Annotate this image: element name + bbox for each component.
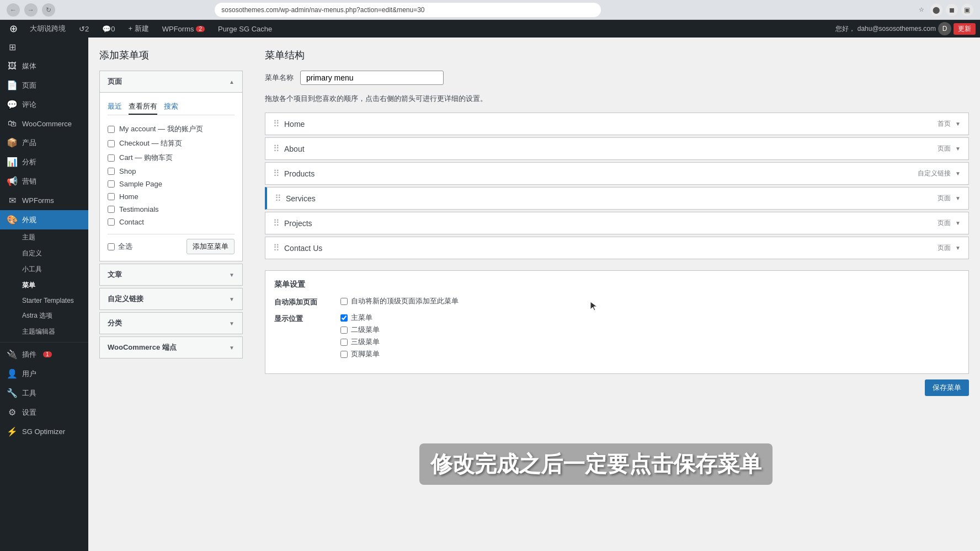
admin-bar-comments[interactable]: 💬 0 [97,20,120,38]
drag-handle-services[interactable]: ⠿ [275,193,281,204]
location-secondary[interactable]: 二级菜单 [340,325,380,335]
sidebar-item-customize[interactable]: 自定义 [0,245,88,261]
drag-handle-projects[interactable]: ⠿ [273,218,280,228]
sidebar-item-widgets[interactable]: 小工具 [0,261,88,277]
user-avatar[interactable]: D [938,22,951,35]
location-tertiary[interactable]: 三级菜单 [340,337,380,347]
custom-links-accordion-arrow: ▼ [229,296,235,302]
select-all-label[interactable]: 全选 [108,242,132,252]
back-button[interactable]: ← [7,3,20,17]
expand-contact-us-arrow[interactable]: ▼ [955,245,961,251]
menu-item-home[interactable]: ⠿ Home 首页 ▼ [265,113,969,135]
list-item: Sample Page [108,178,235,190]
location-secondary-checkbox[interactable] [340,327,348,334]
menu-item-products-right: 自定义链接 ▼ [918,169,961,178]
checkbox-my-account[interactable] [108,126,115,133]
sidebar-item-theme-editor[interactable]: 主题编辑器 [0,324,88,340]
checkbox-sample-page[interactable] [108,180,115,188]
menu-item-contact-us[interactable]: ⠿ Contact Us 页面 ▼ [265,237,969,259]
sidebar-item-analytics[interactable]: 📊 分析 [0,152,88,172]
tab-search[interactable]: 搜索 [164,99,178,115]
categories-accordion: 分类 ▼ [99,312,243,334]
expand-services-arrow[interactable]: ▼ [955,195,961,201]
sidebar-item-menus[interactable]: 菜单 [0,277,88,293]
woocommerce-accordion-header[interactable]: WooCommerce 端点 ▼ [100,337,242,358]
expand-products-arrow[interactable]: ▼ [955,170,961,176]
menu-item-projects[interactable]: ⠿ Projects 页面 ▼ [265,212,969,234]
admin-bar-purge[interactable]: Purge SG Cache [212,20,278,38]
expand-home-arrow[interactable]: ▼ [955,121,961,127]
menu-item-products[interactable]: ⠿ Products 自定义链接 ▼ [265,162,969,185]
sidebar-item-themes[interactable]: 主题 [0,229,88,245]
location-tertiary-checkbox[interactable] [340,339,348,346]
sidebar-item-users[interactable]: 👤 用户 [0,364,88,383]
tab-recent[interactable]: 最近 [108,99,122,115]
checkbox-cart[interactable] [108,154,115,162]
drag-handle-products[interactable]: ⠿ [273,168,280,179]
sidebar-item-plugins[interactable]: 🔌 插件 1 [0,345,88,364]
checkbox-shop[interactable] [108,168,115,175]
location-footer-checkbox[interactable] [340,351,348,358]
drag-handle-home[interactable]: ⠿ [273,119,280,129]
menu-item-about[interactable]: ⠿ About 页面 ▼ [265,137,969,160]
checkbox-testimonials[interactable] [108,206,115,213]
forward-button[interactable]: → [24,3,38,17]
menu-item-services[interactable]: ⠿ Services 页面 ▼ [265,187,969,210]
sidebar-item-media[interactable]: 🖼 媒体 [0,57,88,76]
menu-name-input[interactable] [300,71,444,85]
location-primary[interactable]: 主菜单 [340,313,380,323]
custom-links-accordion-header[interactable]: 自定义链接 ▼ [100,288,242,309]
auto-add-checkbox[interactable] [340,298,348,305]
wp-layout: ⊞ 🖼 媒体 📄 页面 💬 评论 🛍 WooCommerce 📦 产品 📊 分析… [0,38,980,551]
tab-view-all[interactable]: 查看所有 [129,99,157,115]
posts-accordion-header[interactable]: 文章 ▼ [100,264,242,285]
location-footer[interactable]: 页脚菜单 [340,349,380,359]
checkbox-contact[interactable] [108,218,115,226]
sidebar-item-marketing[interactable]: 📢 营销 [0,172,88,191]
add-to-menu-button[interactable]: 添加至菜单 [187,239,235,254]
sidebar-item-comments[interactable]: 💬 评论 [0,95,88,114]
checkbox-checkout[interactable] [108,140,115,147]
list-item: Home [108,190,235,203]
sidebar-item-appearance[interactable]: 🎨 外观 [0,210,88,229]
sidebar-item-dashboard[interactable]: ⊞ [0,38,88,57]
expand-about-arrow[interactable]: ▼ [955,146,961,152]
drag-handle-about[interactable]: ⠿ [273,143,280,154]
sidebar-item-astra[interactable]: Astra 选项 [0,308,88,324]
analytics-icon: 📊 [7,157,18,167]
ext-icon-3[interactable]: ▣ [961,4,973,16]
menu-item-about-right: 页面 ▼ [938,144,961,153]
wp-logo[interactable]: ⊕ [4,20,22,38]
refresh-button[interactable]: ↻ [42,3,55,17]
sidebar-item-pages[interactable]: 📄 页面 [0,76,88,95]
admin-bar-wpforms[interactable]: WPForms 2 [157,20,210,38]
address-bar[interactable]: sososothemes.com/wp-admin/nav-menus.php?… [215,3,601,17]
sidebar-item-wpforms[interactable]: ✉ WPForms [0,191,88,210]
ext-icon-2[interactable]: ◼ [946,4,958,16]
sidebar-item-sg-optimizer[interactable]: ⚡ SG Optimizer [0,422,88,441]
star-icon[interactable]: ☆ [916,4,927,15]
select-all-checkbox[interactable] [108,243,115,250]
list-item: Shop [108,165,235,178]
auto-add-option[interactable]: 自动将新的顶级页面添加至此菜单 [340,296,459,306]
menu-settings-title: 菜单设置 [274,280,960,290]
admin-bar-sync[interactable]: ↺ 2 [73,20,94,38]
menu-item-home-right: 首页 ▼ [938,119,961,129]
sidebar-item-products[interactable]: 📦 产品 [0,133,88,152]
drag-handle-contact-us[interactable]: ⠿ [273,243,280,253]
expand-projects-arrow[interactable]: ▼ [955,220,961,226]
sidebar-item-settings[interactable]: ⚙ 设置 [0,403,88,422]
categories-accordion-header[interactable]: 分类 ▼ [100,313,242,334]
save-menu-button[interactable]: 保存菜单 [925,379,969,396]
ext-icon-1[interactable]: ⬤ [930,4,942,16]
sidebar-item-starter-templates[interactable]: Starter Templates [0,293,88,308]
pages-accordion-header[interactable]: 页面 ▲ [100,71,242,92]
admin-bar-site-name[interactable]: 大胡说跨境 [24,20,71,38]
sidebar-item-tools[interactable]: 🔧 工具 [0,383,88,403]
list-item: My account — 我的账户页 [108,122,235,136]
checkbox-home[interactable] [108,193,115,200]
sidebar-item-woocommerce[interactable]: 🛍 WooCommerce [0,114,88,133]
admin-bar-new[interactable]: + 新建 [122,20,154,38]
location-primary-checkbox[interactable] [340,314,348,322]
update-button[interactable]: 更新 [954,23,976,35]
